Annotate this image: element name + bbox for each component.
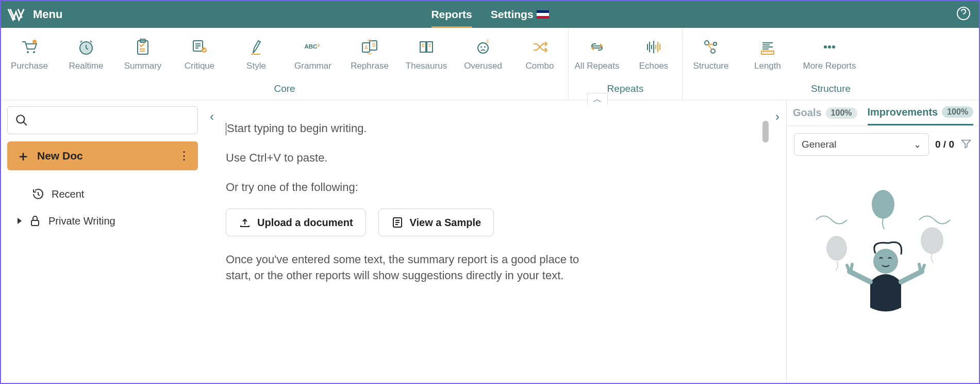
chevron-down-icon: ⌄ xyxy=(913,139,921,150)
ribbon-grammar[interactable]: ABC Grammar xyxy=(285,28,341,80)
svg-point-26 xyxy=(826,236,847,261)
tired-icon: z xyxy=(474,37,492,57)
ribbon-label: Overused xyxy=(464,61,502,71)
echoes-icon xyxy=(644,37,663,57)
svg-point-22 xyxy=(16,115,24,123)
more-icon xyxy=(820,37,839,57)
ribbon-label: All Repeats xyxy=(575,61,620,71)
dropdown-value: General xyxy=(802,139,837,150)
ribbon-critique[interactable]: Critique xyxy=(171,28,228,80)
tab-goals-label: Goals xyxy=(793,107,822,119)
tab-settings-label: Settings xyxy=(491,8,534,21)
book-icon xyxy=(417,37,436,57)
editor-placeholder-3: Or try one of the following: xyxy=(226,180,763,196)
editor-placeholder-2: Use Ctrl+V to paste. xyxy=(226,150,763,166)
tab-improvements[interactable]: Improvements 100% xyxy=(868,100,974,125)
main-area: ＋ New Doc ⋮ Recent Private Writing ‹ Sta… xyxy=(1,100,979,383)
svg-point-16 xyxy=(713,42,717,45)
ribbon-thesaurus[interactable]: Thesaurus xyxy=(398,28,455,80)
search-input[interactable] xyxy=(7,106,198,134)
tab-settings[interactable]: Settings xyxy=(491,1,549,28)
editor-area: ‹ Start typing to begin writing. Use Ctr… xyxy=(204,100,786,383)
ribbon-label: Style xyxy=(246,61,266,71)
nav-private-writing[interactable]: Private Writing xyxy=(7,207,198,234)
svg-rect-23 xyxy=(31,220,39,226)
ribbon-all-repeats[interactable]: All Repeats xyxy=(569,28,625,80)
panel-tabs: Goals 100% Improvements 100% xyxy=(787,100,979,126)
upload-label: Upload a document xyxy=(257,217,353,229)
ribbon-label: Purchase xyxy=(11,61,48,71)
clipboard-icon xyxy=(134,37,152,57)
filter-button[interactable] xyxy=(960,138,972,151)
document-icon xyxy=(391,216,404,229)
nav-recent[interactable]: Recent xyxy=(7,181,198,207)
ribbon-label: Summary xyxy=(124,61,162,71)
rephrase-icon: AB xyxy=(360,37,379,57)
expand-panel-button[interactable]: ︿ xyxy=(587,93,608,104)
ribbon-summary[interactable]: Summary xyxy=(114,28,171,80)
svg-text:B: B xyxy=(372,42,376,48)
ribbon-label: More Reports xyxy=(803,61,856,71)
ribbon-label: Critique xyxy=(185,61,215,71)
critique-icon xyxy=(190,37,209,57)
ribbon-overused[interactable]: z Overused xyxy=(455,28,511,80)
more-dots-icon[interactable]: ⋮ xyxy=(178,149,189,163)
ribbon-more-reports[interactable]: More Reports xyxy=(796,28,863,80)
ribbon-style[interactable]: Style xyxy=(228,28,285,80)
goals-pct-badge: 100% xyxy=(826,107,857,119)
ribbon-length[interactable]: Length xyxy=(739,28,796,80)
tab-reports[interactable]: Reports xyxy=(431,1,472,28)
editor-content[interactable]: Start typing to begin writing. Use Ctrl+… xyxy=(220,100,769,383)
editor-placeholder-4: Once you've entered some text, the summa… xyxy=(226,252,587,284)
upload-document-button[interactable]: Upload a document xyxy=(226,209,366,236)
filter-icon xyxy=(960,138,972,149)
ribbon-rephrase[interactable]: AB Rephrase xyxy=(341,28,398,80)
history-icon xyxy=(32,188,44,200)
ruler-icon xyxy=(758,37,777,57)
abc-icon: ABC xyxy=(304,37,322,57)
repeats-icon xyxy=(588,37,606,57)
help-icon[interactable] xyxy=(956,6,971,23)
upload-icon xyxy=(239,216,251,229)
structure-icon xyxy=(702,37,720,57)
editor-placeholder-1: Start typing to begin writing. xyxy=(226,121,763,137)
svg-point-2 xyxy=(33,51,35,53)
svg-text:A: A xyxy=(364,45,368,51)
logo-icon[interactable] xyxy=(7,7,27,22)
shuffle-icon xyxy=(530,37,549,57)
collapse-right-button[interactable]: › xyxy=(769,100,786,383)
improvements-pct-badge: 100% xyxy=(942,106,973,118)
svg-point-20 xyxy=(828,45,831,49)
category-dropdown[interactable]: General ⌄ xyxy=(794,133,929,156)
svg-point-1 xyxy=(27,51,29,53)
new-doc-button[interactable]: ＋ New Doc ⋮ xyxy=(7,141,198,170)
celebration-illustration xyxy=(787,163,979,313)
sidebar-left: ＋ New Doc ⋮ Recent Private Writing xyxy=(1,100,204,383)
scrollbar-thumb[interactable] xyxy=(762,121,769,142)
svg-text:ABC: ABC xyxy=(304,43,317,49)
svg-point-3 xyxy=(32,40,37,44)
tab-goals[interactable]: Goals 100% xyxy=(793,107,857,119)
ribbon-combo[interactable]: Combo xyxy=(511,28,568,80)
caret-icon xyxy=(18,218,22,224)
ribbon-group-core: Core xyxy=(1,80,568,100)
search-icon xyxy=(15,114,28,127)
flag-icon xyxy=(537,10,549,19)
menu-button[interactable]: Menu xyxy=(33,8,62,21)
ribbon-realtime[interactable]: Realtime xyxy=(58,28,114,80)
ribbon-label: Rephrase xyxy=(351,61,389,71)
collapse-left-button[interactable]: ‹ xyxy=(204,100,220,383)
ribbon-echoes[interactable]: Echoes xyxy=(625,28,682,80)
svg-point-28 xyxy=(873,249,898,274)
ribbon-label: Realtime xyxy=(69,61,103,71)
view-sample-button[interactable]: View a Sample xyxy=(378,209,494,236)
ribbon-group-structure: Structure xyxy=(683,80,979,100)
ribbon-structure[interactable]: Structure xyxy=(683,28,739,80)
ribbon-label: Thesaurus xyxy=(406,61,447,71)
svg-point-19 xyxy=(824,45,827,49)
ribbon-label: Grammar xyxy=(294,61,331,71)
pen-icon xyxy=(247,37,265,57)
ribbon-purchase[interactable]: Purchase xyxy=(1,28,58,80)
svg-text:z: z xyxy=(486,38,489,44)
svg-point-27 xyxy=(921,227,943,254)
